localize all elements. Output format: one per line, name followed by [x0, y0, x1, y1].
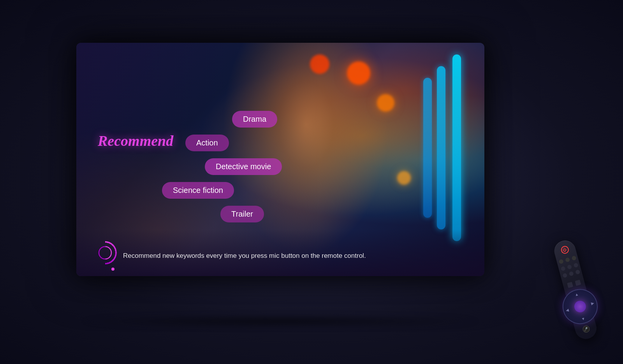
dpad-left-icon: ◀	[565, 308, 569, 313]
bottom-instruction-text: Recommend new keywords every time you pr…	[123, 252, 366, 260]
tag-row-detective: Detective movie	[154, 158, 372, 178]
tag-row-drama: Drama	[154, 111, 372, 131]
remote-btn-8[interactable]	[568, 271, 574, 276]
remote-btn-home[interactable]	[575, 280, 581, 286]
remote-btn-5[interactable]	[567, 264, 572, 270]
neon-line-1	[452, 54, 461, 241]
tag-science-fiction[interactable]: Science fiction	[162, 182, 234, 199]
remote-btn-2[interactable]	[565, 257, 570, 262]
remote-control: ⏻	[530, 211, 615, 345]
remote-dpad[interactable]: ▲ ▼ ◀ ▶	[558, 285, 601, 328]
remote-btn-1[interactable]	[558, 259, 563, 264]
remote-btn-9[interactable]	[575, 270, 580, 275]
remote-btn-7[interactable]	[562, 273, 567, 278]
bokeh-orange-1	[347, 61, 370, 85]
tag-drama[interactable]: Drama	[232, 111, 277, 128]
scene-wrapper: Recommend Drama Action Detective movie S…	[0, 0, 623, 364]
remote-number-row-3	[562, 270, 580, 278]
tags-container: Drama Action Detective movie Science fic…	[154, 111, 372, 229]
remote-number-row-1	[558, 256, 576, 264]
remote-btn-menu[interactable]	[567, 282, 573, 288]
voice-circle-icon	[93, 240, 118, 265]
remote-btn-6[interactable]	[573, 262, 578, 268]
remote-middle-row	[567, 280, 581, 288]
dpad-up-icon: ▲	[574, 292, 579, 297]
tag-row-scifi: Science fiction	[154, 182, 372, 202]
tag-trailer[interactable]: Trailer	[220, 206, 264, 222]
tag-action[interactable]: Action	[185, 135, 229, 151]
dpad-down-icon: ▼	[581, 316, 586, 321]
tv-screen: Recommend Drama Action Detective movie S…	[76, 43, 484, 276]
dpad-right-icon: ▶	[591, 301, 595, 306]
neon-line-3	[423, 78, 432, 218]
tag-row-trailer: Trailer	[154, 206, 372, 226]
tag-row-action: Action	[154, 135, 372, 154]
remote-dpad-center[interactable]	[573, 299, 587, 314]
svg-point-1	[99, 247, 111, 259]
remote-btn-4[interactable]	[560, 266, 565, 271]
remote-btn-3[interactable]	[571, 256, 576, 261]
remote-mic-button[interactable]: 🎤	[582, 325, 590, 333]
remote-power-button[interactable]: ⏻	[560, 245, 569, 254]
tv-shadow	[76, 315, 484, 327]
neon-line-2	[437, 66, 445, 229]
remote-body: ⏻	[552, 238, 599, 341]
svg-point-0	[99, 247, 111, 259]
tv-frame: Recommend Drama Action Detective movie S…	[76, 43, 484, 276]
voice-dot	[111, 268, 114, 271]
tag-detective-movie[interactable]: Detective movie	[205, 158, 282, 175]
